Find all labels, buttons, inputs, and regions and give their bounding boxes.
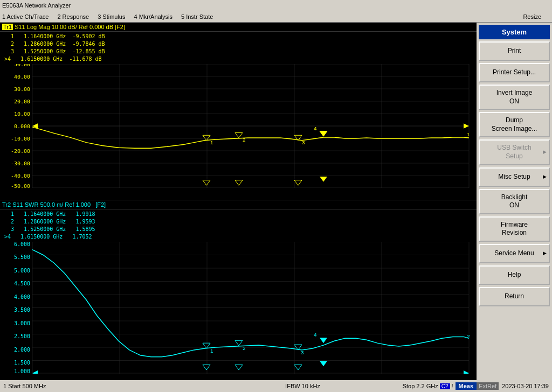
trace2-header[interactable]: Tr2 S11 SWR 500.0 m/ Ref 1.000 [F2] xyxy=(0,200,477,209)
trace2-marker1: 1 1.1640000 GHz 1.9918 xyxy=(4,211,472,218)
svg-text:-50.00: -50.00 xyxy=(11,183,30,188)
trace2-marker4: >4 1.6150000 GHz 1.7052 xyxy=(4,233,472,241)
trace1-active-label: Tr1 xyxy=(2,24,13,30)
usb-switch-line1: USB Switch xyxy=(497,144,531,152)
trace1-panel: Tr1 S11 Log Mag 10.00 dB/ Ref 0.000 dB [… xyxy=(0,23,477,200)
menu-stimulus[interactable]: 3 Stimulus xyxy=(98,13,125,20)
trace1-marker1: 1 1.1640000 GHz -9.5902 dB xyxy=(4,33,472,40)
svg-text:5.500: 5.500 xyxy=(14,254,30,260)
trace1-marker3: 3 1.5250000 GHz -12.855 dB xyxy=(4,48,472,55)
c2-badge: C? xyxy=(440,383,450,389)
usb-switch-button[interactable]: USB Switch Setup xyxy=(479,139,550,165)
svg-text:-10.00: -10.00 xyxy=(11,136,30,142)
trace1-info: S11 Log Mag 10.00 dB/ Ref 0.000 dB [F2] xyxy=(15,24,125,30)
svg-text:1.000: 1.000 xyxy=(14,368,30,374)
stop-area: Stop 2.2 GHz C? ! xyxy=(403,383,456,389)
usb-switch-line2: Setup xyxy=(506,152,522,161)
trace1-marker2: 2 1.2860000 GHz -9.7846 dB xyxy=(4,40,472,48)
backlight-line2: ON xyxy=(509,201,519,210)
resize-button[interactable]: Resize xyxy=(523,13,541,20)
trace2-label: Tr2 S11 SWR 500.0 m/ Ref 1.000 [F2] xyxy=(2,201,106,208)
svg-text:5.000: 5.000 xyxy=(14,268,30,274)
svg-text:2: 2 xyxy=(467,333,470,339)
firmware-revision-line2: Revision xyxy=(502,229,527,237)
svg-text:20.00: 20.00 xyxy=(14,99,30,104)
right-panel: System Print Printer Setup... Invert Ima… xyxy=(477,23,552,392)
svg-text:-30.00: -30.00 xyxy=(11,160,30,166)
ifbw: IFBW 10 kHz xyxy=(203,383,402,389)
main-area: Tr1 S11 Log Mag 10.00 dB/ Ref 0.000 dB [… xyxy=(0,23,552,392)
svg-text:2: 2 xyxy=(243,137,246,143)
meas-button[interactable]: Meas xyxy=(456,382,477,390)
svg-text:4: 4 xyxy=(314,332,317,338)
svg-text:2.500: 2.500 xyxy=(14,333,30,339)
svg-text:4: 4 xyxy=(314,125,317,131)
chart-area: Tr1 S11 Log Mag 10.00 dB/ Ref 0.000 dB [… xyxy=(0,23,477,392)
trace2-panel: Tr2 S11 SWR 500.0 m/ Ref 1.000 [F2] 1 1.… xyxy=(0,200,477,380)
service-menu-button[interactable]: Service Menu xyxy=(479,244,550,263)
trace1-header[interactable]: Tr1 S11 Log Mag 10.00 dB/ Ref 0.000 dB [… xyxy=(0,23,477,32)
trace2-marker3: 3 1.5250000 GHz 1.5895 xyxy=(4,226,472,233)
misc-setup-button[interactable]: Misc Setup xyxy=(479,167,550,187)
svg-text:1.500: 1.500 xyxy=(14,360,30,366)
svg-text:3.500: 3.500 xyxy=(14,307,30,313)
invert-image-button[interactable]: Invert Image ON xyxy=(479,85,550,110)
menu-active-ch[interactable]: 1 Active Ch/Trace xyxy=(2,13,49,20)
return-button[interactable]: Return xyxy=(479,287,550,306)
svg-text:50.00: 50.00 xyxy=(14,64,30,67)
title-bar: E5063A Network Analyzer xyxy=(0,0,552,11)
svg-text:4.000: 4.000 xyxy=(14,294,30,300)
system-title: System xyxy=(479,25,550,39)
svg-text:3: 3 xyxy=(301,349,304,355)
chart1-svg: 50.00 40.00 30.00 20.00 10.00 0.000 -10.… xyxy=(0,64,477,188)
backlight-button[interactable]: Backlight ON xyxy=(479,189,550,214)
svg-text:2: 2 xyxy=(243,345,246,351)
status-bar: 1 Start 500 MHz IFBW 10 kHz Stop 2.2 GHz… xyxy=(0,380,552,392)
extref-button[interactable]: ExtRef xyxy=(477,382,499,390)
dump-screen-button[interactable]: Dump Screen Image... xyxy=(479,112,550,137)
print-button[interactable]: Print xyxy=(479,41,550,61)
trace1-marker4: >4 1.6150000 GHz -11.678 dB xyxy=(4,55,472,63)
invert-image-line2: ON xyxy=(509,97,519,106)
svg-text:4.500: 4.500 xyxy=(14,281,30,286)
svg-text:3.000: 3.000 xyxy=(14,320,30,326)
menu-response[interactable]: 2 Response xyxy=(57,13,89,20)
help-button[interactable]: Help xyxy=(479,265,550,285)
firmware-revision-line1: Firmware xyxy=(501,221,528,229)
start-freq: 1 Start 500 MHz xyxy=(0,383,203,389)
svg-text:1: 1 xyxy=(210,348,213,354)
stop-freq: Stop 2.2 GHz xyxy=(403,383,438,389)
svg-text:1: 1 xyxy=(210,140,213,146)
svg-text:1: 1 xyxy=(467,131,470,137)
menu-bar: 1 Active Ch/Trace 2 Response 3 Stimulus … xyxy=(0,11,552,23)
dump-screen-line2: Screen Image... xyxy=(492,125,537,134)
menu-mkr-analysis[interactable]: 4 Mkr/Analysis xyxy=(134,13,172,20)
printer-setup-button[interactable]: Printer Setup... xyxy=(479,63,550,82)
trace2-data: 1 1.1640000 GHz 1.9918 2 1.2860000 GHz 1… xyxy=(0,209,477,242)
chart2-svg: 6.000 5.500 5.000 4.500 4.000 3.500 3.00… xyxy=(0,242,477,374)
svg-text:3: 3 xyxy=(302,140,305,146)
menu-instr-state[interactable]: 5 Instr State xyxy=(181,13,213,20)
svg-text:30.00: 30.00 xyxy=(14,86,30,92)
dump-screen-line1: Dump xyxy=(506,116,523,125)
svg-text:10.00: 10.00 xyxy=(14,111,30,117)
firmware-revision-button[interactable]: Firmware Revision xyxy=(479,216,550,242)
svg-text:-20.00: -20.00 xyxy=(11,148,30,154)
backlight-line1: Backlight xyxy=(501,193,528,202)
trace2-marker2: 2 1.2860000 GHz 1.9593 xyxy=(4,218,472,226)
app-title: E5063A Network Analyzer xyxy=(2,2,71,9)
svg-text:40.00: 40.00 xyxy=(14,74,30,80)
svg-text:2.000: 2.000 xyxy=(14,347,30,353)
trace1-data: 1 1.1640000 GHz -9.5902 dB 2 1.2860000 G… xyxy=(0,32,477,64)
svg-text:-40.00: -40.00 xyxy=(11,173,30,179)
datetime: 2023-03-20 17:39 xyxy=(499,383,552,389)
svg-text:0.000: 0.000 xyxy=(14,123,30,129)
svg-text:6.000: 6.000 xyxy=(14,242,30,247)
invert-image-line1: Invert Image xyxy=(496,89,533,97)
